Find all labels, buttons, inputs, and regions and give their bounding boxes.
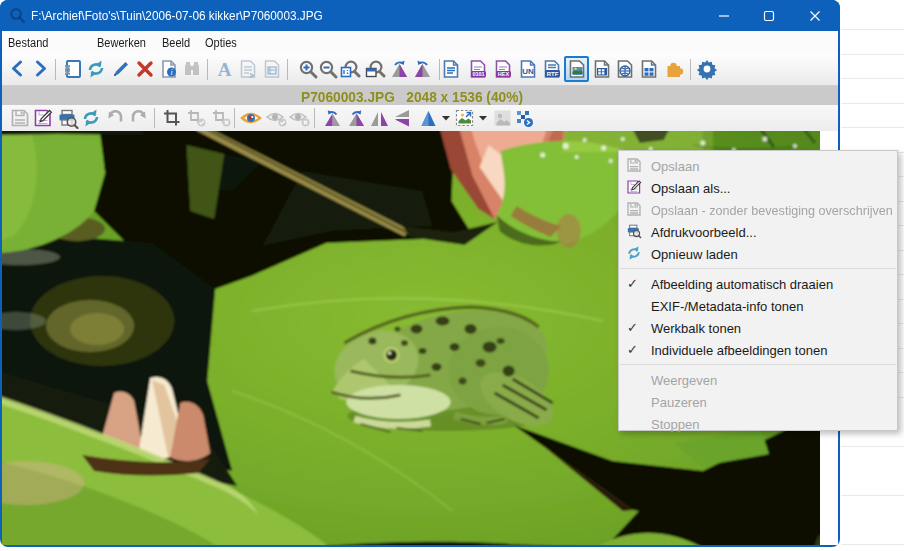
svg-text:0101: 0101 xyxy=(472,71,484,77)
svg-text:i: i xyxy=(170,68,172,77)
svg-text:UN: UN xyxy=(522,67,534,76)
svg-text:HEX: HEX xyxy=(498,71,510,77)
svg-text:RTF: RTF xyxy=(547,71,559,77)
svg-text:A: A xyxy=(218,59,232,80)
